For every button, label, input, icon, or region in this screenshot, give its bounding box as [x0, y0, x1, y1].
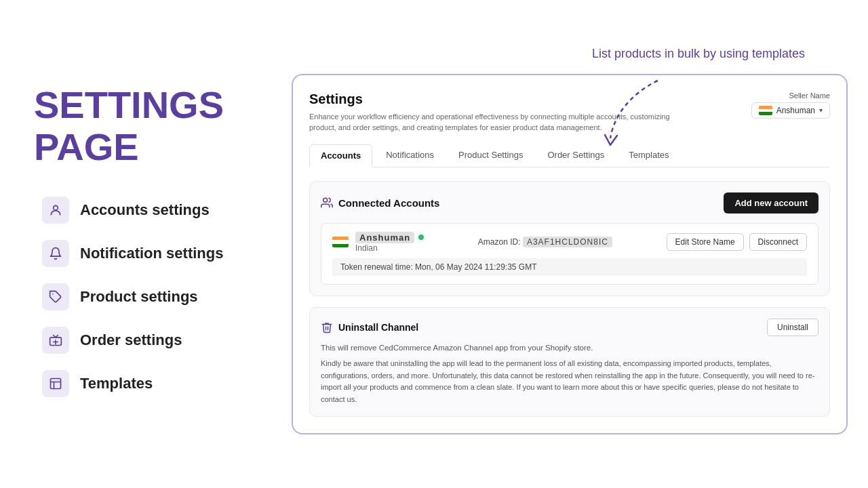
callout-text: List products in bulk by using templates: [570, 47, 827, 61]
uninstall-warning-desc: Kindly be aware that uninstalling the ap…: [321, 358, 818, 405]
tab-notifications[interactable]: Notifications: [375, 144, 445, 167]
connected-accounts-header: Connected Accounts Add new account: [321, 192, 818, 214]
online-status-dot: [418, 235, 424, 240]
order-icon-wrapper: [42, 327, 69, 354]
edit-store-name-button[interactable]: Edit Store Name: [667, 233, 744, 251]
sidebar-item-templates[interactable]: Templates: [34, 363, 251, 404]
user-icon: [49, 203, 62, 217]
settings-tabs: Accounts Notifications Product Settings …: [309, 144, 830, 167]
tab-product-settings[interactable]: Product Settings: [448, 144, 534, 167]
account-actions: Edit Store Name Disconnect: [667, 233, 807, 251]
sidebar-item-product-label: Product settings: [80, 288, 198, 306]
amazon-id-value: A3AF1HCLDON8IC: [523, 237, 612, 247]
chevron-down-icon: ▾: [819, 106, 823, 114]
uninstall-title: Uninstall Channel: [321, 321, 418, 333]
account-name-region: Anshuman Indian: [355, 232, 424, 253]
tab-accounts[interactable]: Accounts: [309, 144, 372, 167]
account-flag-icon: [332, 237, 349, 247]
card-header: Settings Enhance your workflow efficienc…: [309, 92, 830, 134]
uninstall-short-desc: This will remove CedCommerce Amazon Chan…: [321, 342, 818, 354]
left-panel: SETTINGS PAGE Accounts settings Notifica…: [0, 57, 285, 430]
accounts-icon-wrapper: [42, 197, 69, 224]
trash-icon: [321, 321, 333, 333]
svg-rect-5: [51, 378, 61, 388]
svg-point-8: [323, 198, 328, 202]
sidebar-item-accounts[interactable]: Accounts settings: [34, 190, 251, 230]
bell-icon: [49, 247, 62, 260]
disconnect-button[interactable]: Disconnect: [749, 233, 807, 251]
token-renewal: Token renewal time: Mon, 06 May 2024 11:…: [332, 258, 807, 276]
connected-accounts-title: Connected Accounts: [321, 197, 439, 209]
sidebar-item-templates-label: Templates: [80, 375, 153, 392]
account-left: Anshuman Indian: [332, 232, 424, 253]
amazon-id-section: Amazon ID: A3AF1HCLDON8IC: [478, 237, 612, 247]
templates-icon-wrapper: [42, 370, 69, 397]
svg-point-0: [54, 205, 58, 210]
right-panel: List products in bulk by using templates…: [285, 40, 868, 449]
uninstall-button[interactable]: Uninstall: [767, 319, 818, 336]
sidebar-nav: Accounts settings Notification settings …: [34, 190, 251, 404]
users-icon: [321, 197, 333, 209]
account-name: Anshuman: [355, 232, 414, 243]
account-info: Anshuman Indian Amazon ID: A3AF1HCLDON8I…: [332, 232, 807, 253]
page-title: SETTINGS PAGE: [34, 84, 251, 167]
sidebar-item-accounts-label: Accounts settings: [80, 201, 210, 219]
notifications-icon-wrapper: [42, 240, 69, 267]
sidebar-item-notifications[interactable]: Notification settings: [34, 233, 251, 274]
seller-label: Seller Name: [789, 92, 830, 100]
uninstall-header: Uninstall Channel Uninstall: [321, 319, 818, 336]
seller-name-section: Seller Name Anshuman ▾: [751, 92, 830, 119]
sidebar-item-notifications-label: Notification settings: [80, 245, 223, 262]
template-icon: [49, 377, 62, 390]
account-region: Indian: [355, 243, 424, 253]
account-row: Anshuman Indian Amazon ID: A3AF1HCLDON8I…: [321, 223, 818, 285]
add-new-account-button[interactable]: Add new account: [724, 192, 818, 214]
seller-dropdown[interactable]: Anshuman ▾: [751, 102, 830, 119]
settings-card: Settings Enhance your workflow efficienc…: [292, 74, 848, 435]
seller-name-value: Anshuman: [776, 106, 815, 115]
uninstall-channel-section: Uninstall Channel Uninstall This will re…: [309, 307, 830, 418]
connected-accounts-section: Connected Accounts Add new account Anshu…: [309, 181, 830, 296]
box-icon: [49, 333, 62, 347]
sidebar-item-product[interactable]: Product settings: [34, 277, 251, 317]
sidebar-item-order[interactable]: Order settings: [34, 320, 251, 361]
account-name-wrapper: Anshuman: [355, 232, 424, 243]
sidebar-item-order-label: Order settings: [80, 331, 182, 349]
tag-icon: [49, 290, 62, 304]
india-flag-icon: [759, 106, 772, 115]
dashed-arrow-icon: [604, 77, 671, 159]
product-icon-wrapper: [42, 283, 69, 310]
